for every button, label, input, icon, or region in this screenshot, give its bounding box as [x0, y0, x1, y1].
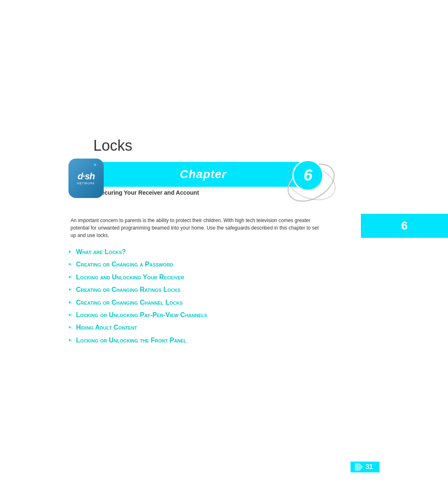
chapter-side-tab: 6 [361, 214, 448, 238]
toc-link[interactable]: Creating or Changing a Password [76, 260, 173, 269]
toc-bullet: • [68, 336, 71, 345]
toc-bullet: • [68, 260, 71, 269]
toc-item: •Creating or Changing Channel Locks [68, 298, 326, 307]
dish-logo-sub: NETWORK [77, 182, 95, 185]
toc-link[interactable]: Creating or Changing Channel Locks [76, 298, 183, 307]
subtitle-bar: Securing Your Receiver and Account [93, 187, 272, 198]
toc-link[interactable]: Locking or Unlocking the Front Panel [76, 336, 186, 345]
chapter-banner: d·sh NETWORK Chapter 6 Securing Your Rec… [68, 159, 321, 200]
toc-bullet: • [68, 248, 71, 257]
toc-bullet: • [68, 311, 71, 320]
chapter-number-circle: 6 [292, 160, 324, 191]
toc-item: •Locking and Unlocking Your Receiver [68, 273, 326, 282]
page-content: Locks d·sh NETWORK Chapter 6 [68, 137, 326, 348]
toc-link[interactable]: Creating or Changing Ratings Locks [76, 285, 180, 294]
chapter-number: 6 [304, 166, 312, 184]
toc-bullet: • [68, 273, 71, 282]
page-number-area: 31 [351, 462, 380, 472]
page-title: Locks [93, 137, 326, 154]
toc-item: •Locking or Unlocking Pay-Per-View Chann… [68, 311, 326, 320]
toc-link[interactable]: What are Locks? [76, 247, 126, 257]
toc-item: •Hiding Adult Content [68, 323, 326, 332]
toc-link[interactable]: Locking or Unlocking Pay-Per-View Channe… [76, 311, 207, 320]
toc-item: •Creating or Changing Ratings Locks [68, 285, 326, 294]
page-num-decoration [355, 463, 363, 471]
dish-logo: d·sh NETWORK [68, 159, 104, 198]
toc-list: •What are Locks?•Creating or Changing a … [68, 247, 326, 345]
toc-item: •Locking or Unlocking the Front Panel [68, 336, 326, 345]
toc-item: •Creating or Changing a Password [68, 260, 326, 269]
toc-item: •What are Locks? [68, 247, 326, 257]
chapter-bar: Chapter 6 [93, 162, 313, 187]
chapter-label: Chapter [180, 168, 227, 181]
intro-text: An important concern to parents is the a… [71, 217, 326, 239]
toc-bullet: • [68, 323, 71, 332]
page-num-tab: 31 [351, 462, 380, 472]
subtitle-text: Securing Your Receiver and Account [97, 189, 199, 196]
side-tab-number: 6 [401, 219, 408, 232]
page-num-text: 31 [365, 463, 373, 471]
toc-link[interactable]: Locking and Unlocking Your Receiver [76, 273, 184, 282]
toc-link[interactable]: Hiding Adult Content [76, 323, 137, 332]
dish-logo-text: d·sh [78, 172, 95, 181]
toc-bullet: • [68, 286, 71, 294]
dish-logo-dot [94, 164, 96, 166]
toc-bullet: • [68, 298, 71, 307]
